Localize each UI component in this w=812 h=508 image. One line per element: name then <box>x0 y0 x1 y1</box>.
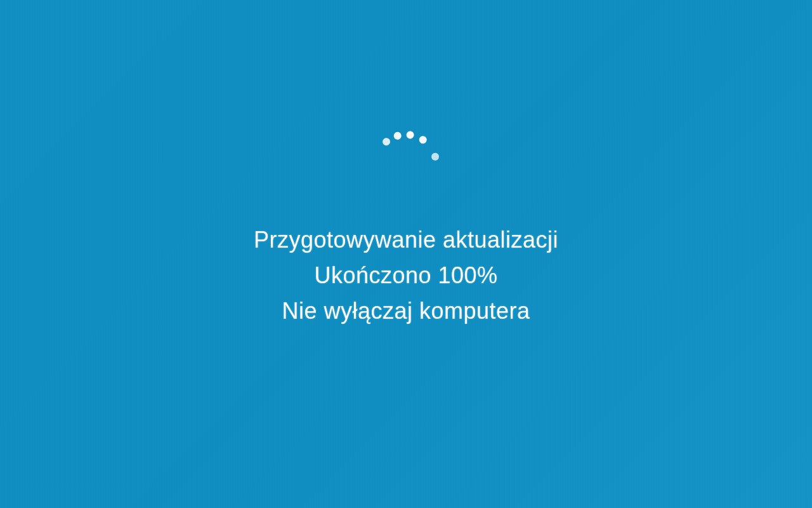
update-preparing-label: Przygotowywanie aktualizacji <box>254 222 558 258</box>
update-screen: Przygotowywanie aktualizacji Ukończono 1… <box>254 127 558 328</box>
update-status-text: Przygotowywanie aktualizacji Ukończono 1… <box>254 222 558 328</box>
update-progress-label: Ukończono 100% <box>254 258 558 293</box>
update-warning-label: Nie wyłączaj komputera <box>254 293 558 329</box>
loading-spinner-icon <box>368 127 444 203</box>
